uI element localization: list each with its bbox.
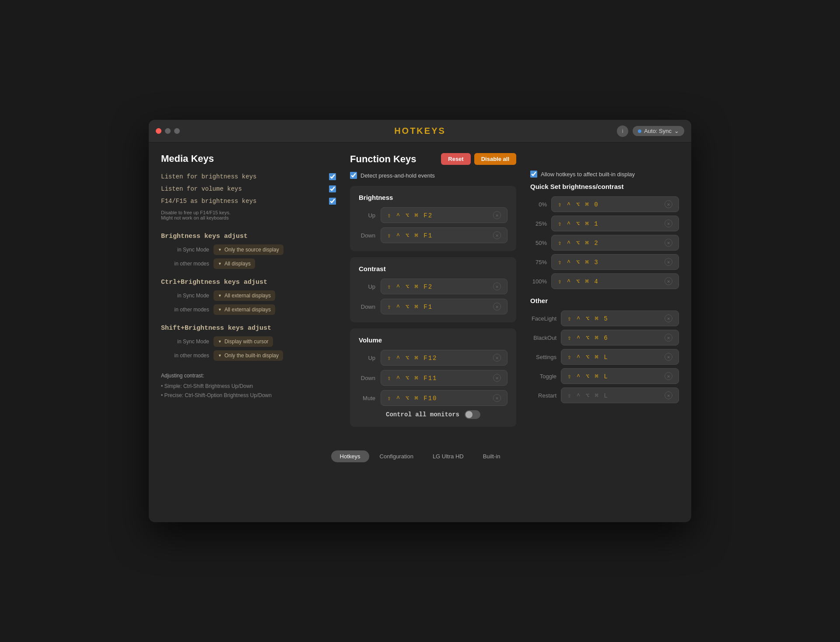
brightness-keys-checkbox[interactable] <box>329 173 336 180</box>
blackout-key: ⇧ ^ ⌥ ⌘ 6 <box>567 334 609 342</box>
toggle-clear-icon[interactable]: ✕ <box>665 372 672 380</box>
ctrl-other-dropdown[interactable]: All external displays <box>214 304 275 315</box>
main-content: Media Keys Listen for brightness keys Li… <box>149 143 691 443</box>
allow-label: Allow hotkeys to affect built-in display <box>541 171 635 178</box>
other-toggle-row: Toggle ⇧ ^ ⌥ ⌘ L ✕ <box>530 368 679 384</box>
brightness-down-clear-icon[interactable]: ✕ <box>493 231 501 239</box>
allow-builtin-checkbox[interactable] <box>530 171 537 178</box>
minimize-button[interactable] <box>165 128 171 134</box>
facelight-clear-icon[interactable]: ✕ <box>665 314 672 322</box>
toggle-knob <box>466 411 472 418</box>
notes-section: Adjusting contrast: • Simple: Ctrl-Shift… <box>161 371 336 400</box>
quick-clear-4-icon[interactable]: ✕ <box>665 277 672 285</box>
brightness-down-row: Down ⇧ ^ ⌥ ⌘ F1 ✕ <box>359 227 508 243</box>
reset-button[interactable]: Reset <box>441 153 470 165</box>
quick-clear-0-icon[interactable]: ✕ <box>665 200 672 208</box>
settings-key: ⇧ ^ ⌥ ⌘ L <box>567 353 609 361</box>
brightness-up-clear-icon[interactable]: ✕ <box>493 211 501 219</box>
f14-note: Disable to free up F14/F15 keys.Might no… <box>161 210 336 220</box>
quick-field-4[interactable]: ⇧ ^ ⌥ ⌘ 4 ✕ <box>551 273 679 289</box>
contrast-up-clear-icon[interactable]: ✕ <box>493 283 501 290</box>
control-monitors-row: Control all monitors <box>359 410 508 419</box>
quick-clear-2-icon[interactable]: ✕ <box>665 239 672 247</box>
volume-up-clear-icon[interactable]: ✕ <box>493 354 501 362</box>
brightness-down-dir: Down <box>359 232 375 239</box>
ctrl-sync-dropdown[interactable]: All external displays <box>214 290 275 301</box>
app-window: HOTKEYS i Auto: Sync ⌄ Media Keys Listen… <box>149 120 691 522</box>
volume-mute-clear-icon[interactable]: ✕ <box>493 394 501 402</box>
contrast-down-clear-icon[interactable]: ✕ <box>493 303 501 311</box>
volume-keys-checkbox[interactable] <box>329 185 336 192</box>
brightness-down-field[interactable]: ⇧ ^ ⌥ ⌘ F1 ✕ <box>381 227 508 243</box>
quick-row-1: 25% ⇧ ^ ⌥ ⌘ 1 ✕ <box>530 216 679 231</box>
volume-section: Volume Up ⇧ ^ ⌥ ⌘ F12 ✕ Down ⇧ ^ ⌥ ⌘ F11… <box>350 328 516 427</box>
volume-section-title: Volume <box>359 336 508 344</box>
tab-built-in[interactable]: Built-in <box>474 450 509 462</box>
shift-sync-label: in Sync Mode <box>161 338 209 345</box>
tab-lg-ultra-hd[interactable]: LG Ultra HD <box>424 450 472 462</box>
shift-adjust-title: Shift+Brightness keys adjust <box>161 324 336 332</box>
contrast-down-field[interactable]: ⇧ ^ ⌥ ⌘ F1 ✕ <box>381 299 508 314</box>
quick-clear-1-icon[interactable]: ✕ <box>665 220 672 227</box>
control-monitors-toggle[interactable] <box>465 410 480 419</box>
info-button[interactable]: i <box>617 126 628 137</box>
other-settings-row: Settings ⇧ ^ ⌥ ⌘ L ✕ <box>530 349 679 365</box>
restart-clear-icon[interactable]: ✕ <box>665 391 672 399</box>
blackout-field[interactable]: ⇧ ^ ⌥ ⌘ 6 ✕ <box>561 330 679 345</box>
shift-other-row: in other modes Only the built-in display <box>161 350 336 361</box>
brightness-up-key: ⇧ ^ ⌥ ⌘ F2 <box>387 212 433 219</box>
disable-all-button[interactable]: Disable all <box>474 153 516 165</box>
volume-down-field[interactable]: ⇧ ^ ⌥ ⌘ F11 ✕ <box>381 370 508 386</box>
f14-checkbox[interactable] <box>329 198 336 205</box>
tabs-bar: Hotkeys Configuration LG Ultra HD Built-… <box>149 443 691 471</box>
shift-other-dropdown[interactable]: Only the built-in display <box>214 350 283 361</box>
quick-pct-2: 50% <box>530 240 547 246</box>
restart-field[interactable]: ⇧ ^ ⌥ ⌘ L ✕ <box>561 387 679 403</box>
quick-field-1[interactable]: ⇧ ^ ⌥ ⌘ 1 ✕ <box>551 216 679 231</box>
toggle-field[interactable]: ⇧ ^ ⌥ ⌘ L ✕ <box>561 368 679 384</box>
settings-field[interactable]: ⇧ ^ ⌥ ⌘ L ✕ <box>561 349 679 365</box>
volume-mute-dir: Mute <box>359 395 375 401</box>
quick-field-0[interactable]: ⇧ ^ ⌥ ⌘ 0 ✕ <box>551 196 679 212</box>
brightness-sync-dropdown[interactable]: Only the source display <box>214 244 284 255</box>
volume-down-dir: Down <box>359 375 375 381</box>
quick-clear-3-icon[interactable]: ✕ <box>665 258 672 266</box>
contrast-up-dir: Up <box>359 283 375 290</box>
shift-sync-dropdown[interactable]: Display with cursor <box>214 336 273 347</box>
facelight-field[interactable]: ⇧ ^ ⌥ ⌘ 5 ✕ <box>561 311 679 326</box>
close-button[interactable] <box>156 128 161 134</box>
maximize-button[interactable] <box>174 128 180 134</box>
quick-field-2[interactable]: ⇧ ^ ⌥ ⌘ 2 ✕ <box>551 235 679 251</box>
tab-configuration[interactable]: Configuration <box>371 450 422 462</box>
detect-checkbox[interactable] <box>350 172 357 179</box>
settings-clear-icon[interactable]: ✕ <box>665 353 672 361</box>
middle-panel: Function Keys Reset Disable all Detect p… <box>350 153 516 433</box>
quick-field-3[interactable]: ⇧ ^ ⌥ ⌘ 3 ✕ <box>551 254 679 270</box>
notes-line-2: • Precise: Ctrl-Shift-Option Brightness … <box>161 391 336 400</box>
detect-row: Detect press-and-hold events <box>350 172 516 179</box>
volume-down-clear-icon[interactable]: ✕ <box>493 374 501 382</box>
brightness-other-dropdown[interactable]: All displays <box>214 258 255 269</box>
other-blackout-row: BlackOut ⇧ ^ ⌥ ⌘ 6 ✕ <box>530 330 679 345</box>
contrast-section: Contrast Up ⇧ ^ ⌥ ⌘ F2 ✕ Down ⇧ ^ ⌥ ⌘ F1… <box>350 257 516 322</box>
quick-row-2: 50% ⇧ ^ ⌥ ⌘ 2 ✕ <box>530 235 679 251</box>
brightness-sync-row: in Sync Mode Only the source display <box>161 244 336 255</box>
volume-mute-field[interactable]: ⇧ ^ ⌥ ⌘ F10 ✕ <box>381 390 508 406</box>
quick-pct-3: 75% <box>530 259 547 265</box>
brightness-up-field[interactable]: ⇧ ^ ⌥ ⌘ F2 ✕ <box>381 207 508 223</box>
quick-key-4: ⇧ ^ ⌥ ⌘ 4 <box>558 278 599 285</box>
contrast-up-field[interactable]: ⇧ ^ ⌥ ⌘ F2 ✕ <box>381 279 508 294</box>
volume-up-field[interactable]: ⇧ ^ ⌥ ⌘ F12 ✕ <box>381 350 508 366</box>
sync-button[interactable]: Auto: Sync ⌄ <box>633 126 684 136</box>
volume-down-key: ⇧ ^ ⌥ ⌘ F11 <box>387 374 438 382</box>
tab-hotkeys[interactable]: Hotkeys <box>331 450 369 462</box>
quick-row-4: 100% ⇧ ^ ⌥ ⌘ 4 ✕ <box>530 273 679 289</box>
blackout-clear-icon[interactable]: ✕ <box>665 334 672 342</box>
titlebar-right: i Auto: Sync ⌄ <box>617 126 684 137</box>
ctrl-adjust-title: Ctrl+Brightness keys adjust <box>161 279 336 286</box>
app-title: HOTKEYS <box>394 126 446 136</box>
brightness-other-row: in other modes All displays <box>161 258 336 269</box>
restart-label: Restart <box>530 392 556 399</box>
brightness-keys-row: Listen for brightness keys <box>161 173 336 180</box>
volume-keys-row: Listen for volume keys <box>161 185 336 192</box>
